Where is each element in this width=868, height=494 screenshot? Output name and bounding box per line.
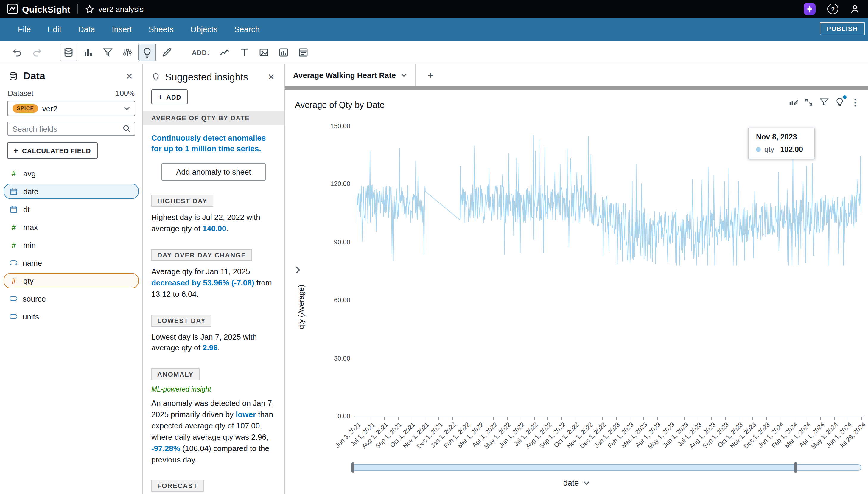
insight-link[interactable]: decreased by 53.96% (-7.08) bbox=[151, 278, 254, 287]
panel-toggle-group bbox=[60, 43, 177, 61]
insight-link[interactable]: 2.96 bbox=[202, 344, 218, 353]
y-axis-title: qty (Average) bbox=[297, 277, 306, 337]
field-row-max[interactable]: #max bbox=[4, 219, 139, 235]
search-icon bbox=[122, 124, 131, 133]
menu-icon[interactable]: ⋮ bbox=[849, 96, 862, 109]
chevron-down-icon bbox=[124, 107, 130, 110]
menu-edit[interactable]: Edit bbox=[39, 25, 70, 34]
themes-panel-icon[interactable] bbox=[158, 43, 176, 61]
numeric-field-icon: # bbox=[9, 170, 18, 177]
numeric-field-icon: # bbox=[9, 241, 18, 249]
visuals-panel-icon[interactable] bbox=[79, 43, 97, 61]
menu-data[interactable]: Data bbox=[70, 25, 103, 34]
chevron-down-icon bbox=[583, 481, 590, 485]
field-row-dt[interactable]: dt bbox=[4, 202, 139, 217]
insight-link[interactable]: -97.28% bbox=[151, 444, 180, 453]
insight-text-part: Average qty for Jan 11, 2025 bbox=[151, 267, 250, 276]
ml-powered-note: ML-powered insight bbox=[151, 386, 276, 393]
quicksight-logo: QuickSight bbox=[7, 4, 70, 14]
add-text-icon[interactable] bbox=[235, 43, 253, 61]
numeric-field-icon: # bbox=[9, 223, 18, 231]
chevron-down-icon bbox=[401, 73, 407, 77]
add-image-icon[interactable] bbox=[255, 43, 273, 61]
calculated-field-button[interactable]: + CALCULATED FIELD bbox=[7, 142, 97, 158]
add-sheet-icon[interactable] bbox=[274, 43, 292, 61]
resize-icon[interactable] bbox=[803, 96, 815, 109]
undo-button[interactable] bbox=[8, 43, 26, 61]
visual-drag-handle[interactable] bbox=[285, 86, 868, 90]
insight-badge-forecast: FORECAST bbox=[151, 480, 204, 492]
field-label: source bbox=[23, 294, 46, 303]
field-row-name[interactable]: name bbox=[4, 255, 139, 270]
field-list: #avgdatedt#max#minname#qtysourceunits bbox=[0, 166, 142, 324]
menu-file[interactable]: File bbox=[9, 25, 39, 34]
anomaly-detection-link[interactable]: Continuously detect anomalies for up to … bbox=[151, 133, 276, 155]
data-panel-toggle-icon[interactable] bbox=[60, 43, 77, 61]
user-icon[interactable] bbox=[850, 4, 860, 14]
close-icon[interactable]: ✕ bbox=[123, 70, 135, 82]
field-row-date[interactable]: date bbox=[4, 184, 139, 199]
favorite-star-icon[interactable] bbox=[85, 4, 94, 14]
help-icon[interactable]: ? bbox=[828, 4, 838, 14]
menu-objects[interactable]: Objects bbox=[182, 25, 226, 34]
field-row-source[interactable]: source bbox=[4, 291, 139, 306]
field-row-avg[interactable]: #avg bbox=[4, 166, 139, 181]
field-label: min bbox=[23, 241, 36, 249]
add-anomaly-to-sheet-button[interactable]: Add anomaly to sheet bbox=[161, 164, 266, 181]
add-calculated-field-icon[interactable] bbox=[294, 43, 312, 61]
plus-icon: + bbox=[158, 92, 162, 101]
menu-insert[interactable]: Insert bbox=[103, 25, 140, 34]
data-panel: Data ✕ Dataset 100% SPICE ver2 + CALCULA… bbox=[0, 64, 143, 494]
search-fields-input[interactable] bbox=[7, 121, 135, 136]
lightbulb-icon bbox=[151, 72, 160, 81]
insight-link[interactable]: lower bbox=[236, 410, 256, 419]
dataset-select[interactable]: SPICE ver2 bbox=[7, 101, 135, 116]
redo-button[interactable] bbox=[28, 43, 46, 61]
slider-left-handle[interactable] bbox=[351, 462, 354, 473]
insights-panel-icon[interactable] bbox=[138, 43, 156, 61]
slider-selected-range[interactable] bbox=[352, 465, 796, 470]
expand-panel-chevron-icon[interactable] bbox=[293, 265, 303, 275]
insight-text-part: . bbox=[218, 344, 220, 353]
quicksight-app: QuickSight ver2 analysis ? FileEditDataI… bbox=[0, 0, 868, 494]
visual-card: Average of Qty by Date ⋮ qty (Average) bbox=[285, 86, 868, 494]
add-insight-label: ADD bbox=[166, 93, 181, 100]
add-visual-icon[interactable] bbox=[215, 43, 233, 61]
filter-panel-icon[interactable] bbox=[99, 43, 117, 61]
field-row-units[interactable]: units bbox=[4, 309, 139, 324]
quicksight-q-icon[interactable] bbox=[804, 3, 815, 15]
add-insight-button[interactable]: + ADD bbox=[151, 89, 188, 104]
y-tick-label: 60.00 bbox=[316, 296, 350, 303]
date-range-slider[interactable] bbox=[351, 464, 862, 471]
chart-tooltip: Nov 8, 2023 qty 102.00 bbox=[748, 128, 815, 159]
edit-visual-icon[interactable] bbox=[787, 96, 799, 109]
x-axis-field-label: date bbox=[563, 478, 579, 488]
tooltip-series-name: qty bbox=[764, 146, 774, 154]
slider-right-handle[interactable] bbox=[794, 462, 797, 473]
dataset-percent: 100% bbox=[116, 89, 135, 98]
menubar: FileEditDataInsertSheetsObjectsSearch PU… bbox=[0, 18, 868, 40]
menu-sheets[interactable]: Sheets bbox=[140, 25, 182, 34]
insight-badge-anomaly: ANOMALY bbox=[151, 368, 199, 380]
close-icon[interactable]: ✕ bbox=[265, 71, 277, 83]
plus-icon: + bbox=[14, 146, 18, 155]
add-sheet-tab-button[interactable]: + bbox=[424, 70, 437, 81]
insight-text: Average qty for Jan 11, 2025 decreased b… bbox=[151, 266, 275, 300]
filter-icon[interactable] bbox=[818, 96, 830, 109]
menu-search[interactable]: Search bbox=[226, 25, 268, 34]
visual-title: Average of Qty by Date bbox=[295, 100, 385, 110]
quicksight-logo-icon bbox=[7, 4, 18, 14]
field-row-min[interactable]: #min bbox=[4, 237, 139, 253]
insight-list: HIGHEST DAYHighest day is Jul 22, 2022 w… bbox=[143, 181, 284, 494]
string-field-icon bbox=[9, 314, 17, 319]
sheet-tab[interactable]: Average Walking Heart Rate bbox=[285, 64, 416, 86]
field-row-qty[interactable]: #qty bbox=[4, 273, 139, 288]
publish-button[interactable]: PUBLISH bbox=[819, 22, 865, 35]
insight-link[interactable]: 140.00 bbox=[202, 224, 226, 233]
x-axis-field-dropdown[interactable]: date bbox=[285, 478, 868, 488]
suggested-insights-panel: Suggested insights ✕ + ADD AVERAGE OF QT… bbox=[143, 64, 285, 494]
x-tickmark bbox=[862, 417, 862, 419]
parameters-panel-icon[interactable] bbox=[119, 43, 136, 61]
insights-icon[interactable] bbox=[833, 96, 846, 109]
topbar-divider bbox=[77, 4, 78, 14]
